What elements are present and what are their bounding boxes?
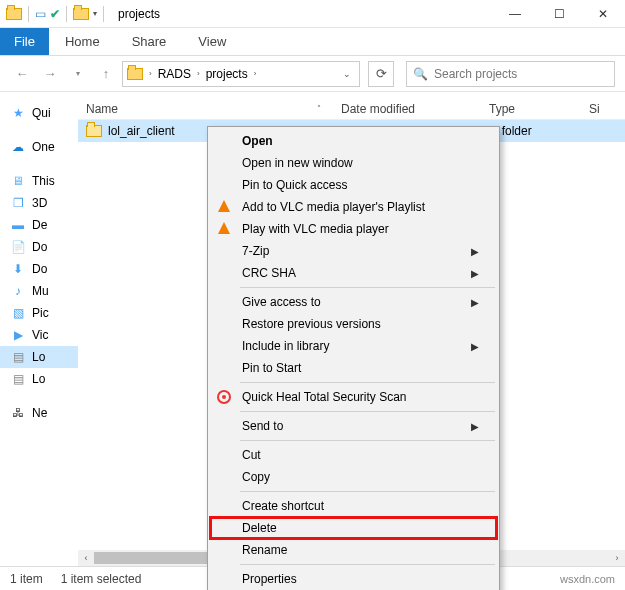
context-menu-item[interactable]: Open in new window	[210, 152, 497, 174]
column-headers: Name˄ Date modified Type Si	[78, 98, 625, 120]
submenu-arrow-icon: ▶	[471, 268, 479, 279]
back-button[interactable]: ←	[10, 62, 34, 86]
column-type[interactable]: Type	[489, 102, 589, 116]
context-menu-item[interactable]: Copy	[210, 466, 497, 488]
tab-view[interactable]: View	[182, 28, 242, 55]
context-menu-item[interactable]: Cut	[210, 444, 497, 466]
context-menu-item[interactable]: CRC SHA▶	[210, 262, 497, 284]
tab-share[interactable]: Share	[116, 28, 183, 55]
context-menu-item[interactable]: Add to VLC media player's Playlist	[210, 196, 497, 218]
scroll-left-icon[interactable]: ‹	[78, 550, 94, 566]
menu-item-label: CRC SHA	[242, 266, 296, 280]
column-date[interactable]: Date modified	[341, 102, 489, 116]
document-icon: 📄	[10, 239, 26, 255]
video-icon: ▶	[10, 327, 26, 343]
context-menu-item[interactable]: Restore previous versions	[210, 313, 497, 335]
context-menu-item[interactable]: Pin to Start	[210, 357, 497, 379]
context-menu-item[interactable]: Delete	[210, 517, 497, 539]
maximize-button[interactable]: ☐	[537, 0, 581, 28]
submenu-arrow-icon: ▶	[471, 246, 479, 257]
music-icon: ♪	[10, 283, 26, 299]
sidebar-item-local-disk-c[interactable]: ▤Lo	[0, 346, 78, 368]
status-item-count: 1 item	[10, 572, 43, 586]
sidebar-item-downloads[interactable]: ⬇Do	[0, 258, 78, 280]
column-size[interactable]: Si	[589, 102, 625, 116]
menu-item-label: Open in new window	[242, 156, 353, 170]
sidebar-item-quick-access[interactable]: ★Qui	[0, 102, 78, 124]
menu-item-label: Send to	[242, 419, 283, 433]
menu-item-label: Give access to	[242, 295, 321, 309]
context-menu-item[interactable]: Give access to▶	[210, 291, 497, 313]
sidebar-item-pictures[interactable]: ▧Pic	[0, 302, 78, 324]
search-input[interactable]: 🔍 Search projects	[406, 61, 615, 87]
qat-dropdown-icon[interactable]: ▾	[93, 9, 97, 18]
breadcrumb-item[interactable]: RADS	[156, 67, 193, 81]
context-menu-item[interactable]: Open	[210, 130, 497, 152]
menu-item-label: Create shortcut	[242, 499, 324, 513]
quick-access-toolbar: ▭ ✔ ▾	[0, 6, 112, 22]
sidebar-item-desktop[interactable]: ▬De	[0, 214, 78, 236]
vlc-icon	[216, 199, 232, 215]
menu-item-label: 7-Zip	[242, 244, 269, 258]
download-icon: ⬇	[10, 261, 26, 277]
sidebar-item-documents[interactable]: 📄Do	[0, 236, 78, 258]
star-icon: ★	[10, 105, 26, 121]
forward-button[interactable]: →	[38, 62, 62, 86]
pc-icon: 🖥	[10, 173, 26, 189]
qat-properties-icon[interactable]: ▭	[35, 7, 46, 21]
window-controls: — ☐ ✕	[493, 0, 625, 28]
context-menu-item[interactable]: Play with VLC media player	[210, 218, 497, 240]
window-title: projects	[118, 7, 160, 21]
sidebar-item-videos[interactable]: ▶Vic	[0, 324, 78, 346]
status-selected-count: 1 item selected	[61, 572, 142, 586]
address-bar[interactable]: › RADS › projects › ⌄	[122, 61, 360, 87]
recent-dropdown[interactable]: ▾	[66, 62, 90, 86]
context-menu-item[interactable]: 7-Zip▶	[210, 240, 497, 262]
sidebar-item-local-disk-d[interactable]: ▤Lo	[0, 368, 78, 390]
sidebar-item-this-pc[interactable]: 🖥This	[0, 170, 78, 192]
vlc-icon	[216, 221, 232, 237]
desktop-icon: ▬	[10, 217, 26, 233]
file-name: lol_air_client	[108, 124, 175, 138]
chevron-right-icon[interactable]: ›	[195, 69, 202, 78]
address-dropdown-icon[interactable]: ⌄	[339, 69, 355, 79]
close-button[interactable]: ✕	[581, 0, 625, 28]
refresh-button[interactable]: ⟳	[368, 61, 394, 87]
cloud-icon: ☁	[10, 139, 26, 155]
tab-home[interactable]: Home	[49, 28, 116, 55]
menu-item-label: Add to VLC media player's Playlist	[242, 200, 425, 214]
menu-item-label: Rename	[242, 543, 287, 557]
sidebar-item-3d[interactable]: ❒3D	[0, 192, 78, 214]
chevron-right-icon[interactable]: ›	[147, 69, 154, 78]
column-name[interactable]: Name˄	[86, 102, 341, 116]
menu-item-label: Restore previous versions	[242, 317, 381, 331]
file-tab[interactable]: File	[0, 28, 49, 55]
title-bar: ▭ ✔ ▾ projects — ☐ ✕	[0, 0, 625, 28]
context-menu-item[interactable]: Create shortcut	[210, 495, 497, 517]
menu-item-label: Delete	[242, 521, 277, 535]
disk-icon: ▤	[10, 371, 26, 387]
submenu-arrow-icon: ▶	[471, 341, 479, 352]
up-button[interactable]: ↑	[94, 62, 118, 86]
minimize-button[interactable]: —	[493, 0, 537, 28]
context-menu-item[interactable]: Rename	[210, 539, 497, 561]
qat-check-icon[interactable]: ✔	[50, 7, 60, 21]
folder-icon	[127, 68, 143, 80]
context-menu-item[interactable]: Send to▶	[210, 415, 497, 437]
search-placeholder: Search projects	[434, 67, 517, 81]
ribbon-tabs: File Home Share View	[0, 28, 625, 56]
picture-icon: ▧	[10, 305, 26, 321]
scroll-right-icon[interactable]: ›	[609, 550, 625, 566]
sidebar-item-network[interactable]: 🖧Ne	[0, 402, 78, 424]
context-menu-item[interactable]: Quick Heal Total Security Scan	[210, 386, 497, 408]
chevron-right-icon[interactable]: ›	[252, 69, 259, 78]
menu-item-label: Cut	[242, 448, 261, 462]
sidebar-item-music[interactable]: ♪Mu	[0, 280, 78, 302]
sidebar-item-onedrive[interactable]: ☁One	[0, 136, 78, 158]
menu-item-label: Include in library	[242, 339, 329, 353]
context-menu-item[interactable]: Pin to Quick access	[210, 174, 497, 196]
context-menu-item[interactable]: Include in library▶	[210, 335, 497, 357]
menu-item-label: Copy	[242, 470, 270, 484]
breadcrumb-item[interactable]: projects	[204, 67, 250, 81]
context-menu-item[interactable]: Properties	[210, 568, 497, 590]
